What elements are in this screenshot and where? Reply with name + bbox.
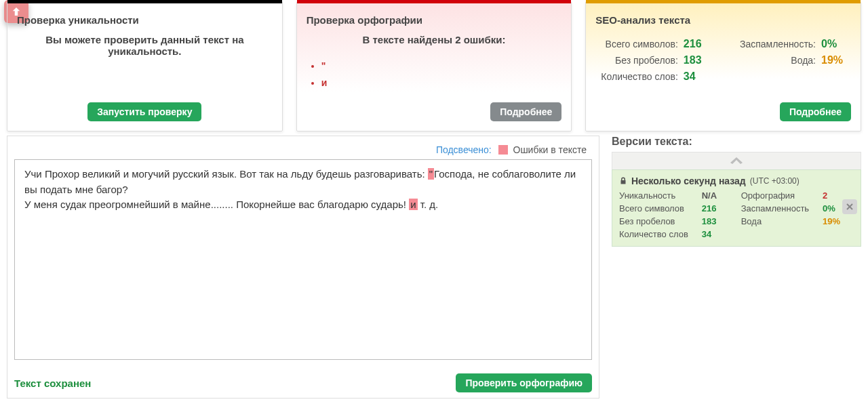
version-close-button[interactable] — [842, 199, 857, 214]
version-stat-value: 19% — [823, 216, 854, 226]
version-stat-value: N/A — [702, 190, 733, 201]
orthography-error-list: " и — [307, 58, 562, 91]
error-highlight: и — [409, 199, 417, 210]
seo-water-value: 19% — [821, 54, 846, 66]
legend-color-swatch — [498, 145, 508, 155]
versions-collapse-toggle[interactable] — [612, 152, 861, 169]
chevron-up-icon — [728, 154, 745, 166]
error-highlight: " — [428, 168, 434, 180]
editor-pane: Подсвечено: Ошибки в тексте Учи Прохор в… — [7, 136, 599, 399]
highlight-legend: Подсвечено: Ошибки в тексте — [14, 142, 592, 159]
legend-highlighted-link[interactable]: Подсвечено: — [436, 144, 492, 155]
seo-title: SEO-анализ текста — [595, 14, 851, 26]
card-accent — [7, 0, 282, 3]
legend-errors-label: Ошибки в тексте — [513, 144, 587, 155]
orthography-error-item: и — [321, 75, 562, 91]
versions-title: Версии текста: — [612, 136, 861, 148]
uniqueness-title: Проверка уникальности — [17, 14, 273, 26]
version-stat-label: Уникальность — [619, 190, 694, 201]
orthography-more-button[interactable]: Подробнее — [490, 102, 561, 121]
version-stat-value: 183 — [702, 216, 733, 226]
seo-words-label: Количество слов: — [601, 71, 678, 82]
version-stat-label: Орфография — [741, 190, 814, 201]
uniqueness-card: Проверка уникальности Вы можете проверит… — [7, 1, 283, 131]
seo-total-chars-label: Всего символов: — [606, 39, 678, 49]
seo-words-value: 34 — [684, 70, 708, 83]
close-icon — [846, 203, 854, 211]
version-timestamp: Несколько секунд назад — [631, 176, 746, 186]
version-stat-label: Количество слов — [619, 229, 694, 239]
text-editor[interactable]: Учи Прохор великий и могучий русский язы… — [14, 159, 592, 360]
card-accent — [297, 0, 572, 3]
seo-spam-value: 0% — [821, 38, 846, 50]
version-stat-label: Всего символов — [619, 203, 694, 213]
orthography-card: Проверка орфографии В тексте найдены 2 о… — [296, 1, 572, 131]
version-stat-label: Без пробелов — [619, 216, 694, 226]
version-stat-value: 216 — [702, 203, 733, 213]
saved-status: Текст сохранен — [14, 378, 91, 389]
version-item[interactable]: Несколько секунд назад (UTC +03:00) Уник… — [612, 169, 861, 247]
check-orthography-button[interactable]: Проверить орфографию — [456, 373, 592, 392]
card-accent — [586, 0, 861, 3]
seo-more-button[interactable]: Подробнее — [780, 102, 851, 121]
version-stat-label: Вода — [741, 216, 814, 226]
orthography-found: В тексте найдены 2 ошибки: — [307, 34, 562, 45]
orthography-title: Проверка орфографии — [307, 14, 562, 26]
seo-card: SEO-анализ текста Всего символов:216 Без… — [585, 1, 861, 131]
seo-nospace-value: 183 — [684, 54, 708, 66]
uniqueness-subtitle: Вы можете проверить данный текст на уник… — [17, 34, 273, 57]
seo-water-label: Вода: — [791, 55, 816, 66]
seo-total-chars-value: 216 — [684, 38, 708, 50]
run-uniqueness-button[interactable]: Запустить проверку — [87, 102, 201, 121]
seo-nospace-label: Без пробелов: — [615, 55, 678, 66]
version-stat-label: Заспамленность — [741, 203, 814, 213]
version-stats: УникальностьN/AОрфография2Всего символов… — [619, 190, 854, 239]
version-stat-value: 34 — [702, 229, 733, 239]
seo-spam-label: Заспамленность: — [740, 39, 816, 49]
orthography-error-item: " — [321, 58, 562, 75]
version-timezone: (UTC +03:00) — [750, 176, 800, 186]
lock-icon — [619, 177, 627, 185]
versions-pane: Версии текста: Несколько секунд назад (U… — [612, 136, 868, 399]
